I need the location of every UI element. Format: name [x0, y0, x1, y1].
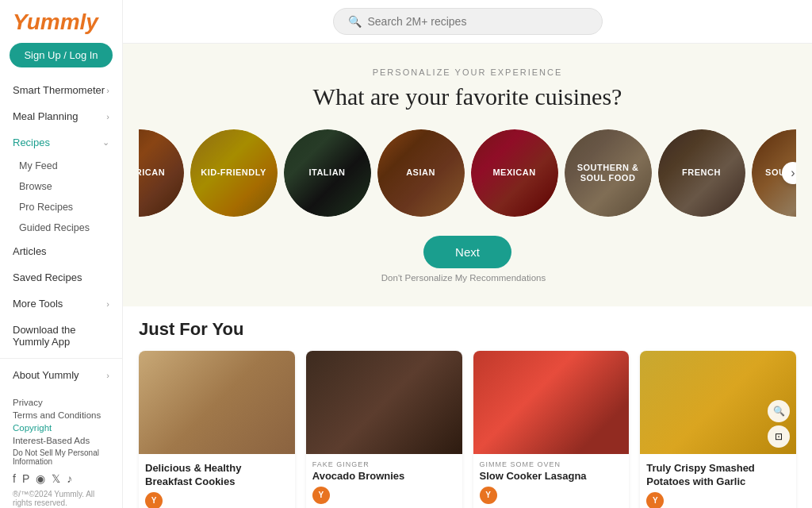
recipe-image-cookies: [139, 351, 295, 454]
main-content: 🔍 PERSONALIZE YOUR EXPERIENCE What are y…: [123, 0, 812, 508]
footer-link-privacy[interactable]: Privacy: [13, 396, 109, 409]
chevron-right-icon: ›: [106, 371, 109, 380]
sidebar-item-recipes[interactable]: Recipes ⌄: [0, 129, 122, 156]
recipe-title-cookies: Delicious & Healthy Breakfast Cookies: [145, 462, 289, 489]
sidebar-item-more-tools[interactable]: More Tools ›: [0, 291, 122, 317]
search-input[interactable]: [368, 15, 588, 28]
sidebar-label-meal-planning: Meal Planning: [13, 110, 78, 122]
sidebar-footer: Privacy Terms and Conditions Copyright I…: [0, 388, 122, 508]
sidebar-label-about: About Yummly: [13, 369, 79, 381]
chevron-right-icon: ›: [791, 166, 795, 180]
cuisine-mexican[interactable]: MEXICAN: [471, 129, 558, 217]
cuisine-label-american: AMERICAN: [139, 167, 170, 178]
cuisine-kid-friendly[interactable]: KID-FRIENDLY: [190, 129, 278, 217]
twitter-icon[interactable]: 𝕏: [52, 472, 60, 485]
sidebar-item-saved-recipes[interactable]: Saved Recipes: [0, 264, 122, 291]
bookmark-icon: ⊡: [775, 431, 783, 442]
cuisine-asian[interactable]: ASIAN: [377, 129, 465, 217]
recipe-cards-row: Delicious & Healthy Breakfast Cookies Y …: [139, 351, 796, 508]
recipe-source-brownies: FAKE GINGER: [312, 460, 456, 468]
just-for-you-section: Just For You Delicious & Healthy Breakfa…: [123, 306, 812, 508]
next-button[interactable]: Next: [423, 236, 511, 268]
copyright-text: ®/™©2024 Yummly. All rights reserved.: [13, 490, 109, 507]
footer-link-terms[interactable]: Terms and Conditions: [13, 409, 109, 421]
sidebar-item-articles[interactable]: Articles: [0, 238, 122, 264]
cuisine-italian[interactable]: ITALIAN: [284, 129, 371, 217]
search-bar[interactable]: 🔍: [333, 8, 603, 35]
recipe-title-potatoes: Truly Crispy Smashed Potatoes with Garli…: [646, 462, 790, 489]
sidebar-subitem-pro-recipes[interactable]: Pro Recipes: [0, 197, 122, 217]
search-icon: 🔍: [773, 406, 785, 417]
sidebar-label-more-tools: More Tools: [13, 298, 63, 310]
cuisine-row: AMERICAN KID-FRIENDLY ITALIAN: [139, 129, 796, 217]
sidebar-item-download-app[interactable]: Download the Yummly App: [0, 317, 122, 355]
recipe-card-cookies[interactable]: Delicious & Healthy Breakfast Cookies Y: [139, 351, 295, 508]
personalize-label: PERSONALIZE YOUR EXPERIENCE: [139, 67, 796, 77]
tiktok-icon[interactable]: ♪: [67, 472, 72, 485]
chevron-right-icon: ›: [106, 86, 109, 95]
sidebar-label-saved-recipes: Saved Recipes: [13, 271, 82, 283]
sidebar: Yummly Sign Up / Log In Smart Thermomete…: [0, 0, 123, 508]
chevron-down-icon: ⌄: [102, 137, 109, 148]
personalize-title: What are your favorite cuisines?: [139, 83, 796, 110]
recipe-card-potatoes[interactable]: 🔍 ⊡ Truly Crispy Smashed Potatoes with G…: [640, 351, 796, 508]
cuisine-label-italian: ITALIAN: [304, 167, 350, 178]
footer-link-interest-ads[interactable]: Interest-Based Ads: [13, 434, 109, 447]
cuisine-label-mexican: MEXICAN: [488, 167, 540, 178]
cuisine-label-asian: ASIAN: [401, 167, 440, 178]
dont-personalize-link[interactable]: Don't Personalize My Recommendations: [381, 273, 553, 283]
recipe-card-lasagna[interactable]: GIMME SOME OVEN Slow Cooker Lasagna Y: [473, 351, 630, 508]
yummly-badge-brownies: Y: [312, 487, 330, 504]
yummly-badge-cookies: Y: [145, 492, 163, 508]
yummly-badge-potatoes: Y: [646, 492, 664, 508]
just-for-you-title: Just For You: [139, 319, 796, 340]
sidebar-label-recipes: Recipes: [13, 137, 50, 148]
cuisine-french[interactable]: FRENCH: [658, 129, 745, 217]
chevron-right-icon: ›: [106, 299, 109, 309]
cuisine-label-southern: SOUTHERN & SOUL FOOD: [573, 163, 644, 183]
sidebar-subitem-guided-recipes[interactable]: Guided Recipes: [0, 217, 122, 238]
recipe-card-brownies[interactable]: FAKE GINGER Avocado Brownies Y: [306, 351, 462, 508]
recipe-source-lasagna: GIMME SOME OVEN: [480, 460, 623, 468]
recipe-title-lasagna: Slow Cooker Lasagna: [480, 470, 623, 483]
personalize-section: PERSONALIZE YOUR EXPERIENCE What are you…: [123, 44, 812, 306]
social-icons-row: f P ◉ 𝕏 ♪: [13, 472, 109, 485]
cuisine-label-french: FRENCH: [677, 167, 726, 178]
sidebar-subitem-browse[interactable]: Browse: [0, 176, 122, 197]
cuisine-label-kid-friendly: KID-FRIENDLY: [196, 167, 271, 178]
sidebar-label-articles: Articles: [13, 245, 47, 257]
sidebar-label-download-app: Download the Yummly App: [13, 324, 109, 348]
sidebar-subitem-my-feed[interactable]: My Feed: [0, 156, 122, 176]
sidebar-item-smart-thermometer[interactable]: Smart Thermometer ›: [0, 77, 122, 103]
recipe-save-action[interactable]: ⊡: [768, 425, 790, 448]
recipe-image-brownies: [306, 351, 462, 454]
yummly-badge-lasagna: Y: [480, 487, 497, 504]
sidebar-label-smart-thermometer: Smart Thermometer: [13, 84, 105, 96]
yummly-logo: Yummly: [13, 11, 109, 33]
cuisine-southern[interactable]: SOUTHERN & SOUL FOOD: [565, 129, 652, 217]
sidebar-item-about[interactable]: About Yummly ›: [0, 362, 122, 388]
cuisine-american[interactable]: AMERICAN: [139, 129, 184, 217]
signup-button[interactable]: Sign Up / Log In: [10, 43, 113, 67]
main-header: 🔍: [123, 0, 812, 44]
footer-link-do-not-sell[interactable]: Do Not Sell My Personal Information: [13, 447, 109, 468]
footer-link-copyright[interactable]: Copyright: [13, 421, 109, 434]
recipe-title-brownies: Avocado Brownies: [312, 470, 456, 483]
pinterest-icon[interactable]: P: [22, 472, 29, 485]
chevron-right-icon: ›: [106, 112, 109, 121]
sidebar-divider: [0, 358, 122, 359]
instagram-icon[interactable]: ◉: [36, 472, 45, 485]
recipe-image-lasagna: [473, 351, 630, 454]
search-icon: 🔍: [348, 15, 362, 28]
logo-area: Yummly: [0, 0, 122, 40]
recipe-search-action[interactable]: 🔍: [768, 400, 790, 422]
sidebar-item-meal-planning[interactable]: Meal Planning ›: [0, 103, 122, 129]
facebook-icon[interactable]: f: [13, 472, 16, 485]
